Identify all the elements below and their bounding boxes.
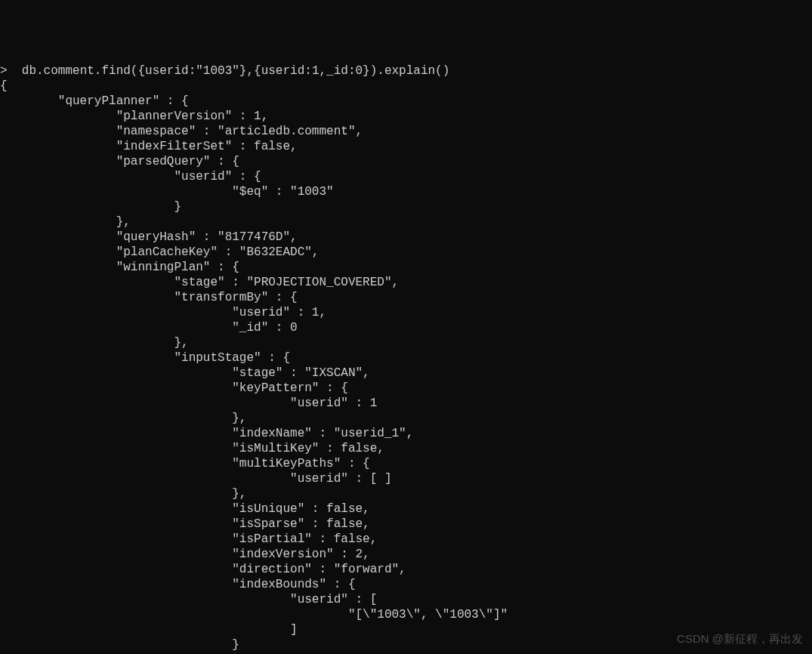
watermark-text: CSDN @新征程，再出发: [677, 632, 803, 646]
output-line: "userid" : 1: [0, 396, 377, 410]
output-line: "_id" : 0: [0, 321, 298, 335]
output-line: "indexName" : "userid_1",: [0, 427, 413, 440]
output-line: "inputStage" : {: [0, 351, 290, 365]
output-line: "plannerVersion" : 1,: [0, 110, 268, 123]
output-line: },: [0, 412, 246, 425]
output-line: }: [0, 638, 239, 652]
output-line: "multiKeyPaths" : {: [0, 457, 370, 470]
output-line: "stage" : "IXSCAN",: [0, 366, 370, 380]
output-line: "keyPattern" : {: [0, 381, 348, 395]
output-line: "winningPlan" : {: [0, 261, 239, 274]
output-line: "userid" : [ ]: [0, 472, 391, 486]
output-line: "isSparse" : false,: [0, 517, 370, 531]
output-line: "userid" : 1,: [0, 306, 326, 319]
output-line: }: [0, 200, 181, 214]
output-line: },: [0, 487, 246, 501]
output-line: "userid" : [: [0, 593, 377, 606]
output-line: "isUnique" : false,: [0, 502, 370, 516]
output-line: "parsedQuery" : {: [0, 155, 239, 168]
output-line: "stage" : "PROJECTION_COVERED",: [0, 276, 399, 289]
prompt-char: >: [0, 64, 8, 78]
output-line: "indexFilterSet" : false,: [0, 140, 298, 153]
output-line: "planCacheKey" : "B632EADC",: [0, 245, 319, 259]
output-line: },: [0, 336, 189, 350]
output-line: "isMultiKey" : false,: [0, 442, 384, 455]
output-line: {: [0, 79, 8, 93]
command-text: db.comment.find({userid:"1003"},{userid:…: [22, 64, 450, 78]
output-line: "isPartial" : false,: [0, 532, 377, 546]
output-line: "userid" : {: [0, 170, 261, 184]
output-line: "direction" : "forward",: [0, 563, 406, 576]
output-line: "namespace" : "articledb.comment",: [0, 125, 363, 138]
output-line: "indexBounds" : {: [0, 578, 355, 591]
output-line: "queryHash" : "8177476D",: [0, 230, 298, 244]
output-line: "transformBy" : {: [0, 291, 298, 304]
output-line: },: [0, 215, 131, 229]
output-line: "$eq" : "1003": [0, 185, 334, 199]
output-line: "indexVersion" : 2,: [0, 548, 370, 561]
terminal-output[interactable]: > db.comment.find({userid:"1003"},{useri…: [0, 63, 812, 654]
output-line: "[\"1003\", \"1003\"]": [0, 608, 508, 622]
output-line: "queryPlanner" : {: [0, 94, 189, 108]
output-line: ]: [0, 623, 298, 637]
